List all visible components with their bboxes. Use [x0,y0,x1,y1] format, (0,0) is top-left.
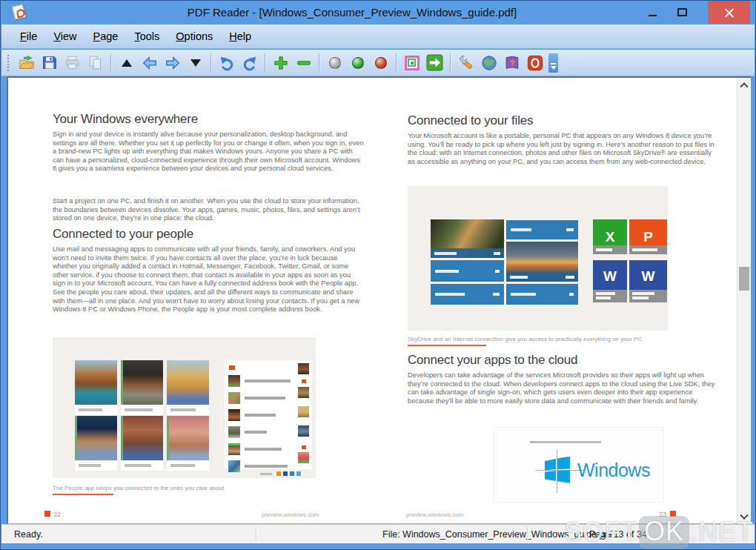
print-button[interactable] [61,53,84,73]
album-tile [431,260,504,282]
windows-flag-icon [545,456,570,484]
overflow-dash-icon [551,63,556,64]
text-placeholder [435,270,459,273]
gray-dot-icon [329,57,341,69]
toolbar-overflow-button[interactable] [548,53,558,73]
count-placeholder [566,276,574,279]
section-title: Connected to your files [408,113,533,128]
menu-tools[interactable]: Tools [126,27,168,45]
toolbar-separator [319,53,319,72]
page-number: 22 [53,511,61,518]
social-icon [276,471,281,476]
toolbar-separator [210,53,211,72]
arrow-right-icon [165,55,181,71]
album-photo-tile [506,242,578,282]
text-placeholder [596,292,615,295]
word-letter: W [642,268,655,285]
social-icon [290,471,294,476]
save-button[interactable] [38,53,61,73]
contact-avatar [298,387,309,398]
album-tile [506,220,578,239]
watermark-text: .NET [690,517,754,548]
menu-view-label: View [53,30,76,42]
web-button[interactable] [477,53,500,73]
zoom-in-button[interactable] [269,53,292,73]
text-placeholder [79,464,101,467]
vertical-scrollbar[interactable] [737,78,751,523]
person-name-bar [121,405,163,415]
menu-tools-label: Tools [134,30,159,42]
paragraph: Sign in and your device is instantly ali… [53,130,364,173]
text-placeholder [435,293,465,296]
toolbar: ? [1,50,755,76]
contact-list-panel [225,360,312,469]
statusbar-separator [256,527,256,542]
menu-file[interactable]: File [12,27,45,45]
dot-gray-button[interactable] [323,53,346,73]
minus-icon [296,55,312,71]
contact-avatar [228,443,240,455]
dot-green-button[interactable] [346,53,369,73]
titlebar[interactable]: PDF Reader - [Windows_Consumer_Preview_W… [1,1,755,24]
text-placeholder [245,465,288,468]
orange-mark [302,445,306,449]
open-file-button[interactable] [15,53,38,73]
close-button[interactable] [708,1,750,24]
chevron-up-icon [740,82,748,90]
contact-avatar [228,375,240,387]
watermark: SOFT OK .NET [564,515,754,549]
doc-caption-bar [593,245,627,254]
scroll-up-button[interactable] [737,78,751,90]
dot-red-button[interactable] [369,53,392,73]
person-name-bar [167,460,209,471]
green-dot-icon [352,57,364,69]
help-button[interactable]: ? [500,53,523,73]
word-doc-tile: W [593,260,627,302]
first-page-button[interactable] [115,53,138,73]
settings-button[interactable] [454,53,477,73]
caption-underline [53,494,113,495]
copy-pages-icon [87,55,103,70]
previous-page-button[interactable] [138,53,161,73]
menu-help[interactable]: Help [221,27,259,45]
menu-options[interactable]: Options [168,27,221,45]
text-placeholder [530,441,601,443]
document-viewport[interactable]: Your Windows everywhere Sign in and your… [7,76,751,524]
album-tile [431,284,504,305]
plus-icon [273,55,289,71]
word-letter: W [603,268,617,285]
rotate-right-button[interactable] [238,53,261,73]
text-placeholder [245,448,282,451]
next-page-button[interactable] [161,53,184,73]
status-message: Ready. [14,529,43,540]
text-placeholder [596,296,611,299]
menubar: File View Page Tools Options Help [1,24,755,49]
fit-page-button[interactable] [400,53,423,73]
text-placeholder [245,431,267,434]
maximize-button[interactable] [671,1,693,24]
open-folder-icon [19,55,35,71]
person-photo [121,416,163,460]
menu-page[interactable]: Page [85,27,127,45]
redo-arrow-icon [242,55,258,71]
save-floppy-icon [42,55,57,70]
toolbar-separator [265,53,265,72]
go-to-page-button[interactable] [423,53,446,73]
undo-arrow-icon [219,55,235,71]
scrollbar-thumb[interactable] [739,267,749,291]
exit-button[interactable] [523,53,546,73]
watermark-text: SOFT [564,517,638,548]
nested-frames-icon [405,56,420,70]
menu-page-label: Page [93,30,119,42]
triangle-up-icon [122,59,132,67]
menu-view[interactable]: View [45,27,84,45]
last-page-button[interactable] [184,53,207,73]
globe-icon [481,55,497,71]
toolbar-grip[interactable] [7,55,10,71]
section-title: Your Windows everywhere [53,112,198,127]
zoom-out-button[interactable] [292,53,315,73]
orange-mark [229,365,235,370]
minimize-button[interactable] [641,1,663,24]
copy-button[interactable] [84,53,107,73]
rotate-left-button[interactable] [215,53,238,73]
